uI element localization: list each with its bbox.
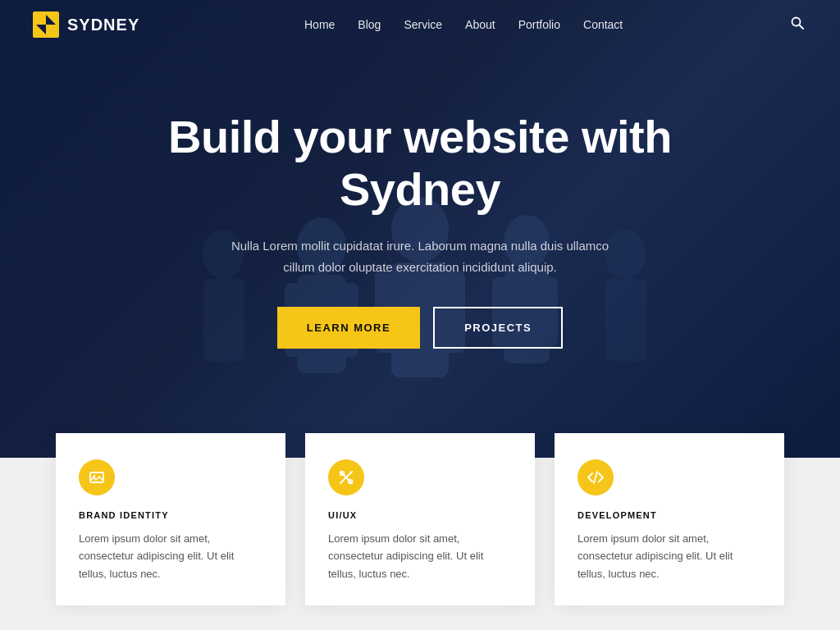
logo-icon [33, 11, 59, 38]
learn-more-button[interactable]: LEARN MORE [277, 307, 420, 349]
code-icon [587, 469, 604, 486]
hero-buttons: LEARN MORE PROJECTS [133, 307, 707, 349]
cards-section: BRAND IDENTITY Lorem ipsum dolor sit ame… [0, 458, 840, 630]
hero-content: Build your website with Sydney Nulla Lor… [133, 111, 707, 349]
hero-subtitle: Nulla Lorem mollit cupidatat irure. Labo… [223, 235, 617, 277]
search-button[interactable] [788, 13, 807, 36]
card-uiux: UI/UX Lorem ipsum dolor sit amet, consec… [305, 433, 535, 605]
card-title-dev: DEVELOPMENT [578, 510, 761, 520]
nav-link-service[interactable]: Service [404, 18, 442, 31]
card-text-brand: Lorem ipsum dolor sit amet, consectetur … [79, 530, 262, 582]
nav-item-contact[interactable]: Contact [583, 17, 623, 32]
card-text-uiux: Lorem ipsum dolor sit amet, consectetur … [328, 530, 512, 582]
navbar: SYDNEY Home Blog Service About Portfolio… [0, 0, 840, 49]
image-icon [89, 469, 105, 486]
nav-link-home[interactable]: Home [304, 18, 335, 31]
hero-section: SYDNEY Home Blog Service About Portfolio… [0, 0, 840, 459]
nav-item-portfolio[interactable]: Portfolio [518, 17, 560, 32]
svg-line-28 [594, 472, 597, 483]
svg-line-21 [800, 25, 804, 30]
nav-link-contact[interactable]: Contact [583, 18, 623, 31]
nav-item-service[interactable]: Service [404, 17, 442, 32]
search-icon [791, 16, 804, 30]
card-development: DEVELOPMENT Lorem ipsum dolor sit amet, … [555, 433, 784, 605]
logo[interactable]: SYDNEY [33, 11, 139, 38]
projects-button[interactable]: PROJECTS [433, 307, 563, 349]
svg-rect-22 [90, 472, 103, 482]
tools-icon [338, 469, 354, 486]
brand-name: SYDNEY [67, 16, 139, 34]
card-icon-dev [578, 459, 614, 495]
nav-item-about[interactable]: About [465, 17, 495, 32]
nav-link-blog[interactable]: Blog [358, 18, 381, 31]
hero-title: Build your website with Sydney [133, 111, 707, 217]
card-text-dev: Lorem ipsum dolor sit amet, consectetur … [578, 530, 761, 582]
nav-links: Home Blog Service About Portfolio Contac… [304, 17, 623, 32]
nav-item-home[interactable]: Home [304, 17, 335, 32]
nav-link-portfolio[interactable]: Portfolio [518, 18, 560, 31]
card-icon-brand [79, 459, 115, 495]
card-icon-uiux [328, 459, 364, 495]
card-title-uiux: UI/UX [328, 510, 512, 520]
card-brand-identity: BRAND IDENTITY Lorem ipsum dolor sit ame… [56, 433, 285, 605]
nav-item-blog[interactable]: Blog [358, 17, 381, 32]
nav-link-about[interactable]: About [465, 18, 495, 31]
card-title-brand: BRAND IDENTITY [79, 510, 262, 520]
